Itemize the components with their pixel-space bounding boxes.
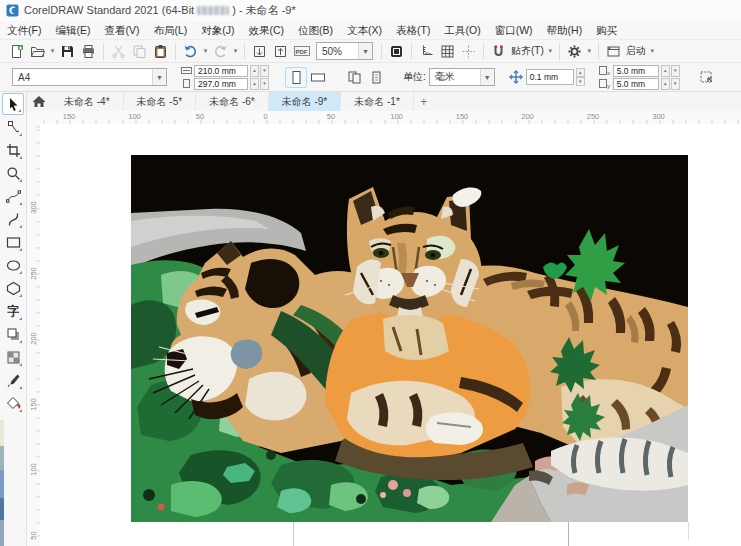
import-button[interactable] bbox=[249, 41, 270, 62]
toolbar-separator bbox=[103, 43, 104, 60]
current-page-size-button[interactable] bbox=[365, 67, 387, 88]
menu-item[interactable]: 编辑(E) bbox=[48, 21, 97, 39]
tool-polygon[interactable] bbox=[2, 277, 24, 299]
page-width-spinner[interactable]: ▲▼ bbox=[250, 65, 269, 77]
nudge-distance-field[interactable]: 0.1 mm bbox=[526, 69, 574, 85]
vertical-ruler[interactable]: 30025020015010050 bbox=[27, 124, 41, 546]
publish-to-pdf-button[interactable]: PDF bbox=[291, 41, 312, 62]
open-button[interactable] bbox=[27, 41, 48, 62]
tool-transparency[interactable] bbox=[2, 346, 24, 368]
all-pages-size-button[interactable] bbox=[343, 67, 365, 88]
document-tab[interactable]: 未命名 -9* bbox=[269, 92, 342, 111]
landscape-orientation-button[interactable] bbox=[307, 67, 329, 88]
image-edge-shadow bbox=[688, 522, 689, 540]
options-gear-icon[interactable] bbox=[564, 41, 585, 62]
page-dimensions-group: 210.0 mm ▲▼ 297.0 mm ▲▼ bbox=[181, 65, 269, 90]
menu-item[interactable]: 布局(L) bbox=[146, 21, 194, 39]
vruler-label: 250 bbox=[29, 266, 38, 280]
print-button[interactable] bbox=[78, 41, 99, 62]
hruler-label: 100 bbox=[390, 112, 403, 121]
menu-item[interactable]: 位图(B) bbox=[291, 21, 340, 39]
menu-item[interactable]: 效果(C) bbox=[242, 21, 292, 39]
snap-to-label[interactable]: 贴齐(T) bbox=[511, 44, 544, 58]
portrait-orientation-button[interactable] bbox=[285, 67, 307, 88]
duplicate-y-spinner[interactable]: ▲▼ bbox=[661, 78, 680, 90]
snap-dropdown-caret[interactable]: ▾ bbox=[546, 47, 555, 55]
menu-item[interactable]: 帮助(H) bbox=[540, 21, 590, 39]
page-height-field[interactable]: 297.0 mm bbox=[194, 78, 248, 90]
document-tab[interactable]: 未命名 -1* bbox=[341, 92, 414, 111]
drawing-canvas[interactable] bbox=[40, 124, 741, 546]
launch-window-icon[interactable] bbox=[603, 41, 624, 62]
tool-ellipse[interactable] bbox=[2, 254, 24, 276]
tool-crop[interactable] bbox=[2, 139, 24, 161]
show-guidelines-button[interactable] bbox=[458, 41, 479, 62]
menu-item[interactable]: 表格(T) bbox=[389, 21, 437, 39]
new-document-button[interactable] bbox=[6, 41, 27, 62]
undo-button[interactable] bbox=[180, 41, 201, 62]
redo-button[interactable] bbox=[210, 41, 231, 62]
document-tab[interactable]: 未命名 -5* bbox=[124, 92, 197, 111]
duplicate-y-icon: y bbox=[599, 79, 611, 89]
treat-objects-as-filled-button[interactable] bbox=[696, 67, 718, 88]
export-button[interactable] bbox=[270, 41, 291, 62]
menu-item[interactable]: 窗口(W) bbox=[488, 21, 540, 39]
show-rulers-button[interactable] bbox=[416, 41, 437, 62]
menu-item[interactable]: 购买 bbox=[589, 21, 624, 39]
tool-drop-shadow[interactable] bbox=[2, 323, 24, 345]
menu-item[interactable]: 对象(J) bbox=[194, 21, 241, 39]
polygon-tool-icon bbox=[6, 281, 21, 296]
page-size-combo[interactable]: A4 ▼ bbox=[12, 68, 167, 86]
tool-eyedropper[interactable] bbox=[2, 369, 24, 391]
fullscreen-preview-button[interactable] bbox=[386, 41, 407, 62]
nudge-spinner[interactable]: ▲▼ bbox=[576, 68, 585, 86]
duplicate-x-icon: x bbox=[599, 66, 611, 76]
tool-bspline[interactable] bbox=[2, 208, 24, 230]
menu-item[interactable]: 工具(O) bbox=[438, 21, 488, 39]
duplicate-x-field[interactable]: 5.0 mm bbox=[613, 65, 659, 77]
snap-toggle-icon[interactable] bbox=[488, 41, 509, 62]
menu-item[interactable]: 文件(F) bbox=[0, 21, 48, 39]
hruler-label: 250 bbox=[587, 112, 600, 121]
page-width-field[interactable]: 210.0 mm bbox=[194, 65, 248, 77]
welcome-home-button[interactable] bbox=[27, 92, 51, 111]
launch-dropdown-caret[interactable]: ▾ bbox=[648, 47, 657, 55]
units-caret[interactable]: ▼ bbox=[480, 69, 494, 85]
copy-button[interactable] bbox=[129, 41, 150, 62]
toolbar-separator bbox=[175, 43, 176, 60]
options-caret[interactable]: ▾ bbox=[585, 47, 594, 55]
page-height-spinner[interactable]: ▲▼ bbox=[250, 78, 269, 90]
cut-button[interactable] bbox=[108, 41, 129, 62]
paste-button[interactable] bbox=[150, 41, 171, 62]
save-button[interactable] bbox=[57, 41, 78, 62]
tiger-artwork[interactable] bbox=[131, 155, 688, 522]
new-document-tab-button[interactable]: + bbox=[414, 92, 434, 111]
document-tab[interactable]: 未命名 -4* bbox=[51, 92, 124, 111]
units-combo[interactable]: 毫米 ▼ bbox=[429, 68, 495, 86]
tool-interactive-fill[interactable] bbox=[2, 392, 24, 414]
redo-dropdown-caret[interactable]: ▾ bbox=[231, 47, 240, 55]
open-dropdown-caret[interactable]: ▾ bbox=[48, 47, 57, 55]
duplicate-y-field[interactable]: 5.0 mm bbox=[613, 78, 659, 90]
undo-dropdown-caret[interactable]: ▾ bbox=[201, 47, 210, 55]
show-grid-button[interactable] bbox=[437, 41, 458, 62]
tool-rectangle[interactable] bbox=[2, 231, 24, 253]
menu-item[interactable]: 文本(X) bbox=[340, 21, 389, 39]
background-window-sliver bbox=[0, 446, 4, 470]
background-window-sliver bbox=[0, 470, 4, 498]
menu-item[interactable]: 查看(V) bbox=[97, 21, 146, 39]
document-tab[interactable]: 未命名 -6* bbox=[196, 92, 269, 111]
zoom-level-combo[interactable]: 50% ▼ bbox=[316, 42, 373, 60]
launch-label[interactable]: 启动 bbox=[626, 44, 646, 58]
tool-shape[interactable] bbox=[2, 116, 24, 138]
toolbar-separator bbox=[244, 43, 245, 60]
toolbar-separator bbox=[483, 43, 484, 60]
tool-zoom[interactable] bbox=[2, 162, 24, 184]
page-size-caret[interactable]: ▼ bbox=[152, 69, 166, 85]
duplicate-x-spinner[interactable]: ▲▼ bbox=[661, 65, 680, 77]
tool-pick[interactable] bbox=[2, 93, 24, 115]
zoom-combo-caret[interactable]: ▼ bbox=[358, 43, 372, 59]
tool-text[interactable]: 字 bbox=[2, 300, 24, 322]
tool-freehand[interactable] bbox=[2, 185, 24, 207]
horizontal-ruler[interactable]: 15010050050100150200250300 bbox=[40, 111, 741, 125]
